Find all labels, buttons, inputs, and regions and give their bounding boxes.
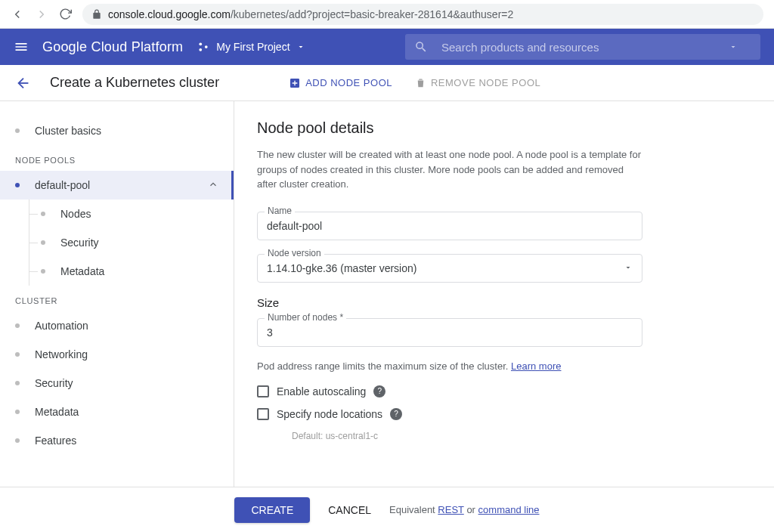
back-arrow-icon[interactable] [15, 75, 32, 91]
platform-title: Google Cloud Platform [42, 39, 183, 55]
version-label: Node version [265, 248, 324, 258]
svg-point-1 [200, 48, 203, 51]
autoscaling-checkbox[interactable] [257, 385, 269, 397]
help-icon[interactable]: ? [390, 408, 402, 420]
learn-more-link[interactable]: Learn more [511, 360, 561, 372]
trash-icon [415, 77, 426, 88]
size-heading: Size [257, 296, 751, 309]
bullet-icon [41, 212, 45, 216]
equivalent-text: Equivalent REST or command line [389, 504, 540, 515]
rest-link[interactable]: REST [438, 504, 463, 515]
browser-back-icon[interactable] [11, 8, 24, 21]
subheader: Create a Kubernetes cluster ADD NODE POO… [0, 65, 774, 101]
chevron-up-icon [208, 179, 218, 192]
sidebar-item-metadata[interactable]: Metadata [0, 397, 234, 426]
svg-point-0 [200, 42, 203, 45]
name-label: Name [265, 206, 295, 216]
main-description: The new cluster will be created with at … [257, 147, 642, 192]
bullet-icon [15, 381, 20, 385]
svg-point-2 [205, 45, 208, 48]
project-picker[interactable]: My First Project [197, 40, 305, 54]
sidebar-item-networking[interactable]: Networking [0, 340, 234, 369]
project-name: My First Project [216, 41, 289, 53]
bullet-icon [41, 240, 45, 245]
caret-down-icon [296, 42, 305, 51]
sidebar: Cluster basics NODE POOLS default-pool N… [0, 101, 234, 487]
page-title: Create a Kubernetes cluster [50, 75, 219, 91]
locations-row: Specify node locations ? [257, 408, 751, 420]
project-icon [197, 40, 210, 54]
bullet-icon [15, 128, 20, 133]
bullet-icon [41, 269, 45, 274]
bullet-icon [15, 410, 20, 414]
name-field-wrap: Name default-pool [257, 212, 642, 240]
sidebar-item-default-pool[interactable]: default-pool [0, 171, 234, 200]
sidebar-item-features[interactable]: Features [0, 426, 234, 455]
sidebar-heading-node-pools: NODE POOLS [0, 145, 234, 171]
locations-label: Specify node locations [277, 408, 382, 420]
url-text: console.cloud.google.com/kubernetes/add?… [108, 8, 513, 20]
cancel-button[interactable]: CANCEL [328, 504, 371, 516]
bullet-icon [15, 183, 20, 187]
search-input[interactable] [441, 41, 729, 54]
browser-reload-icon[interactable] [59, 8, 72, 20]
name-input[interactable]: default-pool [257, 212, 642, 240]
search-box[interactable] [405, 34, 760, 60]
bullet-icon [15, 438, 20, 443]
plus-square-icon [289, 77, 301, 89]
helper-text: Pod address range limits the maximum siz… [257, 360, 751, 372]
lock-icon [91, 9, 102, 20]
autoscaling-label: Enable autoscaling [277, 385, 366, 397]
create-button[interactable]: CREATE [234, 497, 310, 523]
nodes-field-wrap: Number of nodes * 3 [257, 318, 642, 347]
caret-down-icon [624, 262, 633, 274]
gcp-header: Google Cloud Platform My First Project [0, 29, 774, 65]
bullet-icon [15, 323, 20, 328]
footer: CREATE CANCEL Equivalent REST or command… [0, 487, 774, 532]
main-panel: Node pool details The new cluster will b… [234, 101, 774, 487]
remove-node-pool-button[interactable]: REMOVE NODE POOL [415, 77, 540, 89]
browser-toolbar: console.cloud.google.com/kubernetes/add?… [0, 0, 774, 29]
caret-down-icon[interactable] [729, 42, 738, 51]
main-title: Node pool details [257, 119, 751, 137]
sidebar-item-cluster-basics[interactable]: Cluster basics [0, 116, 234, 145]
nodes-label: Number of nodes * [265, 312, 346, 323]
hamburger-icon[interactable] [14, 39, 29, 54]
sidebar-item-pool-metadata[interactable]: Metadata [0, 257, 234, 286]
bullet-icon [15, 352, 20, 357]
version-field-wrap: Node version 1.14.10-gke.36 (master vers… [257, 254, 642, 283]
browser-forward-icon[interactable] [35, 8, 48, 21]
commandline-link[interactable]: command line [478, 504, 540, 515]
locations-checkbox[interactable] [257, 408, 269, 420]
sidebar-item-pool-security[interactable]: Security [0, 228, 234, 257]
sidebar-heading-cluster: CLUSTER [0, 286, 234, 311]
default-location-hint: Default: us-central1-c [292, 431, 751, 441]
sidebar-item-security[interactable]: Security [0, 369, 234, 397]
add-node-pool-button[interactable]: ADD NODE POOL [289, 77, 392, 89]
search-icon [414, 40, 428, 54]
autoscaling-row: Enable autoscaling ? [257, 385, 751, 397]
help-icon[interactable]: ? [373, 385, 385, 397]
address-bar[interactable]: console.cloud.google.com/kubernetes/add?… [82, 4, 763, 25]
sidebar-item-nodes[interactable]: Nodes [0, 200, 234, 228]
sidebar-item-automation[interactable]: Automation [0, 311, 234, 340]
